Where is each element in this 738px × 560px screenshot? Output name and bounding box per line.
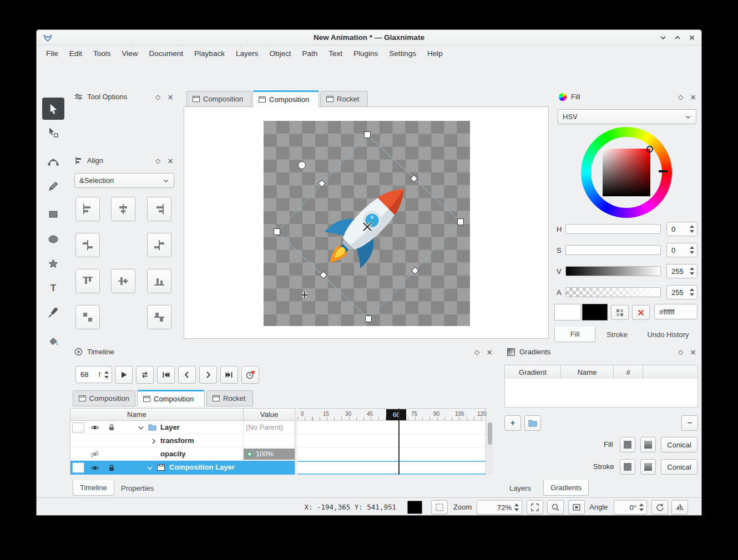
timeline-scrollbar[interactable] [487,421,493,475]
tab-undo-history[interactable]: Undo History [639,327,697,342]
palette-button[interactable] [611,305,629,320]
corner-handle-left[interactable] [274,229,280,235]
reset-view-button[interactable] [651,500,668,515]
opacity-value-bar[interactable]: 100% [244,449,295,460]
remove-gradient-button[interactable]: − [681,415,698,431]
current-frame-indicator[interactable]: 68 [386,409,406,420]
prev-frame-button[interactable] [178,366,196,384]
align-dock-header[interactable]: Align ◇× [70,153,178,168]
color-space-select[interactable]: HSV [558,109,696,124]
no-color-button[interactable] [431,500,448,515]
text-tool[interactable]: T [42,277,64,299]
corner-handle-top[interactable] [365,132,371,138]
gradient-presets-button[interactable] [524,415,541,431]
maximize-button[interactable] [671,32,684,44]
float-dock-icon[interactable]: ◇ [155,94,160,100]
fill-dock-header[interactable]: Fill ◇× [554,89,701,104]
float-dock-icon[interactable]: ◇ [678,94,683,100]
align-outside-right-button[interactable] [147,233,171,257]
gradient-list[interactable] [504,379,698,408]
ellipse-tool[interactable] [42,228,64,250]
menu-text[interactable]: Text [323,47,347,60]
keyframe-area[interactable] [297,421,486,475]
canvas-overlay[interactable] [184,107,548,338]
loop-button[interactable] [136,366,154,384]
timeline-tab-rocket[interactable]: Rocket [206,390,253,406]
frame-view-button[interactable] [568,500,585,515]
eye-icon[interactable] [90,423,99,432]
lock-icon[interactable] [108,464,115,472]
zoom-fit-button[interactable] [527,500,543,515]
eye-icon[interactable] [90,464,99,472]
menu-layers[interactable]: Layers [231,47,264,60]
menu-playback[interactable]: Playback [189,47,230,60]
color-picker-tool[interactable] [42,302,64,324]
timeline-tab-composition-2[interactable]: Composition [137,390,205,406]
group-color-box[interactable] [72,422,84,432]
menu-tools[interactable]: Tools [88,47,116,60]
gradient-column-header[interactable]: Gradient [504,365,561,379]
sv-square[interactable] [603,149,650,196]
menu-path[interactable]: Path [297,47,322,60]
rotate-handle[interactable] [299,162,306,169]
float-dock-icon[interactable]: ◇ [474,349,479,355]
bottom-tab-timeline[interactable]: Timeline [73,480,114,496]
float-dock-icon[interactable]: ◇ [678,349,683,355]
menu-view[interactable]: View [117,47,143,60]
canvas-tab-rocket[interactable]: Rocket [320,91,368,107]
lock-icon[interactable] [108,424,115,431]
align-left-button[interactable] [75,197,100,221]
menu-file[interactable]: File [41,47,63,60]
h-spinbox[interactable]: 0 [666,222,697,236]
hue-marker[interactable] [659,170,668,172]
align-outside-bottom-button[interactable] [147,305,171,329]
timeline-ruler[interactable]: 0 15 30 45 75 90 105 120 68 [297,408,486,421]
menu-settings[interactable]: Settings [384,47,421,60]
layer-row[interactable]: Layer (No Parent) [70,421,295,434]
edge-handle[interactable] [412,267,419,274]
chevron-down-icon[interactable] [146,466,153,471]
align-bottom-button[interactable] [147,269,171,293]
edit-nodes-tool[interactable] [42,121,64,144]
align-top-button[interactable] [75,269,100,293]
playhead[interactable] [398,409,400,475]
opacity-row[interactable]: opacity 100% [70,447,295,461]
v-slider[interactable] [565,266,661,276]
bottom-tab-gradients[interactable]: Gradients [543,480,589,496]
go-last-frame-button[interactable] [220,366,238,384]
align-hcenter-button[interactable] [111,197,135,221]
close-dock-icon[interactable]: × [486,348,493,356]
zoom-spinbox[interactable]: 72% [477,500,522,515]
edge-handle[interactable] [320,272,327,279]
hex-color-input[interactable]: #ffffff [654,304,697,319]
fill-gradient-swatch-1[interactable] [620,437,635,452]
draw-tool[interactable] [42,175,64,197]
align-relative-to-select[interactable]: &Selection [74,173,174,188]
add-gradient-button[interactable]: + [504,415,521,431]
next-frame-button[interactable] [199,366,217,384]
tool-options-dock-header[interactable]: Tool Options ◇× [70,89,178,104]
canvas[interactable] [184,106,549,339]
close-dock-icon[interactable]: × [167,93,174,101]
scrollbar-thumb[interactable] [488,422,492,445]
value-column-header[interactable]: Value [243,408,295,421]
clear-color-button[interactable] [632,305,650,320]
rectangle-tool[interactable] [42,203,64,225]
s-slider[interactable] [565,245,661,255]
close-dock-icon[interactable]: × [690,93,696,101]
current-color-swatch[interactable] [554,304,581,320]
v-spinbox[interactable]: 255 [666,264,697,278]
stroke-gradient-type-button[interactable]: Conical [661,459,697,475]
fill-tool[interactable] [42,330,64,353]
transform-row[interactable]: transform [70,434,295,447]
align-vcenter-button[interactable] [111,269,135,293]
gradient-name-column-header[interactable]: Name [560,365,614,379]
stroke-gradient-swatch-2[interactable] [640,459,656,475]
bezier-tool[interactable] [42,150,64,172]
menu-help[interactable]: Help [422,47,448,60]
timeline-tab-composition-1[interactable]: Composition [73,390,135,406]
selection-handles[interactable] [274,132,464,322]
close-button[interactable] [686,32,698,44]
chevron-right-icon[interactable] [151,438,156,445]
frame-spinbox[interactable]: 68 f [75,366,112,383]
